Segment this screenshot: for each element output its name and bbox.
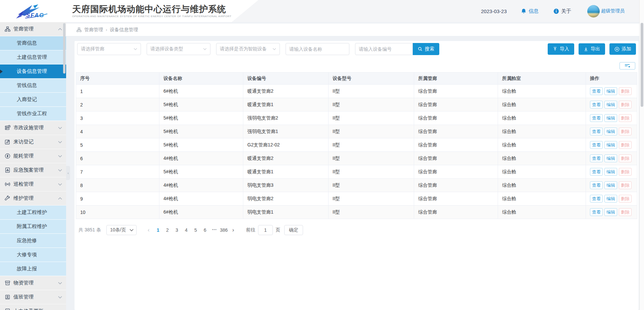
cell-index: 6 <box>76 152 159 165</box>
sidebar-item-overhaul-special[interactable]: 大修专项 <box>0 248 66 262</box>
view-button[interactable]: 查看 <box>590 128 603 136</box>
corridor-select[interactable]: 请选择管廊 <box>77 43 141 55</box>
about-link[interactable]: 关于 <box>553 8 571 14</box>
sidebar-item-emergency-repair[interactable]: 应急抢修 <box>0 234 66 248</box>
sidebar-item-materials-management[interactable]: 物资管理 <box>0 276 66 290</box>
sidebar-item-maintenance-management[interactable]: 维护管理 <box>0 191 66 206</box>
sidebar-item-corridor-management[interactable]: 管廊管理 <box>0 22 66 36</box>
view-button[interactable]: 查看 <box>590 154 603 163</box>
sidebar-item-pipeline-works[interactable]: 管线作业工程 <box>0 107 66 121</box>
add-button[interactable]: 添加 <box>609 43 636 55</box>
page-scrollbar-thumb[interactable] <box>641 23 643 107</box>
view-button[interactable]: 查看 <box>590 101 603 109</box>
sidebar-item-civil-maintenance[interactable]: 土建工程维护 <box>0 206 66 220</box>
table-row: 25#枪机暖通支管廊1II型综合管廊综合舱查看编辑删除 <box>76 98 637 112</box>
view-button[interactable]: 查看 <box>590 141 603 149</box>
page-number-6[interactable]: 6 <box>200 227 210 233</box>
messages-label: 信息 <box>529 8 539 14</box>
view-button[interactable]: 查看 <box>590 87 603 95</box>
sidebar-item-corridor-info[interactable]: 管廊信息 <box>0 36 66 50</box>
delete-button[interactable]: 删除 <box>619 168 632 176</box>
sidebar-item-major-overhaul-update[interactable]: 大中修及更新 <box>0 304 66 310</box>
sidebar-collapse-handle[interactable]: ‹ <box>66 166 70 180</box>
view-button[interactable]: 查看 <box>590 181 603 189</box>
delete-button[interactable]: 删除 <box>619 141 632 149</box>
edit-button[interactable]: 编辑 <box>604 168 617 176</box>
device-name-input[interactable] <box>289 46 346 52</box>
edit-button[interactable]: 编辑 <box>604 101 617 109</box>
table-row: 16#枪机暖通支管廊2II型综合管廊综合舱查看编辑删除 <box>76 85 637 98</box>
edit-button[interactable]: 编辑 <box>604 181 617 189</box>
view-button[interactable]: 查看 <box>590 195 603 203</box>
page-number-2[interactable]: 2 <box>163 227 172 233</box>
sidebar-item-fault-report[interactable]: 故障上报 <box>0 262 66 276</box>
edit-button[interactable]: 编辑 <box>604 87 617 95</box>
sidebar-item-civil-info[interactable]: 土建信息管理 <box>0 50 66 64</box>
breadcrumb-section[interactable]: 管廊管理 <box>76 27 103 33</box>
sidebar-item-emergency-plan[interactable]: 应急预案管理 <box>0 163 66 177</box>
search-button[interactable]: 搜索 <box>413 43 439 55</box>
page-scrollbar[interactable] <box>639 0 644 310</box>
sidebar-subitem-label: 入廊登记 <box>17 96 37 103</box>
view-button[interactable]: 查看 <box>590 168 603 176</box>
cell-corridor: 综合管廊 <box>414 192 498 206</box>
energy-icon <box>5 153 10 159</box>
cell-cabin: 综合舱 <box>498 179 586 192</box>
cell-name: 4#枪机 <box>159 179 243 192</box>
edit-button[interactable]: 编辑 <box>604 195 617 203</box>
sidebar-item-energy-management[interactable]: 能耗管理 <box>0 149 66 163</box>
page-number-1[interactable]: 1 <box>153 227 163 233</box>
export-button[interactable]: 导出 <box>579 43 605 55</box>
user-menu[interactable]: 超级管理员 <box>587 5 625 17</box>
column-settings-button[interactable] <box>620 62 635 70</box>
sidebar-item-pipeline-info[interactable]: 管线信息 <box>0 79 66 93</box>
smart-device-select[interactable]: 请选择是否为智能设备 <box>216 43 280 55</box>
goto-confirm-button[interactable]: 确定 <box>284 225 303 235</box>
edit-button[interactable]: 编辑 <box>604 141 617 149</box>
delete-button[interactable]: 删除 <box>619 101 632 109</box>
user-avatar[interactable] <box>587 5 600 17</box>
view-button[interactable]: 查看 <box>590 114 603 122</box>
delete-button[interactable]: 删除 <box>619 114 632 122</box>
visit-icon <box>5 139 10 145</box>
goto-page-input[interactable] <box>258 225 273 235</box>
page-number-4[interactable]: 4 <box>182 227 191 233</box>
view-button[interactable]: 查看 <box>590 208 603 216</box>
messages-link[interactable]: 信息 <box>521 8 539 14</box>
edit-button[interactable]: 编辑 <box>604 208 617 216</box>
sidebar-scrollbar-thumb[interactable] <box>63 23 65 74</box>
sidebar-item-visitor-registration[interactable]: 来访登记 <box>0 135 66 149</box>
delete-button[interactable]: 删除 <box>619 208 632 216</box>
edit-button[interactable]: 编辑 <box>604 114 617 122</box>
import-button[interactable]: 导入 <box>548 43 574 55</box>
device-code-input[interactable] <box>359 46 409 52</box>
delete-button[interactable]: 删除 <box>619 154 632 163</box>
edit-button[interactable]: 编辑 <box>604 128 617 136</box>
page-number-386[interactable]: 386 <box>219 227 229 233</box>
cell-code: 暖通支管廊2 <box>243 85 329 98</box>
sidebar-item-entry-registration[interactable]: 入廊登记 <box>0 93 66 107</box>
sidebar-item-municipal-facilities[interactable]: 市政设施管理 <box>0 121 66 135</box>
next-page-button[interactable]: › <box>229 227 238 233</box>
delete-button[interactable]: 删除 <box>619 195 632 203</box>
page-number-5[interactable]: 5 <box>191 227 200 233</box>
sidebar-item-inspection-management[interactable]: 巡检管理 <box>0 177 66 191</box>
page-number-3[interactable]: 3 <box>172 227 182 233</box>
cell-name: 5#枪机 <box>159 165 243 179</box>
sidebar: 管廊管理管廊信息土建信息管理设备信息管理管线信息入廊登记管线作业工程市政设施管理… <box>0 22 66 310</box>
edit-button[interactable]: 编辑 <box>604 154 617 163</box>
delete-button[interactable]: 删除 <box>619 181 632 189</box>
sidebar-item-duty-management[interactable]: 值班管理 <box>0 290 66 304</box>
delete-button[interactable]: 删除 <box>619 87 632 95</box>
sidebar-item-equipment-info[interactable]: 设备信息管理 <box>0 64 66 79</box>
cell-index: 3 <box>76 112 159 125</box>
sidebar-item-ancillary-maintenance[interactable]: 附属工程维护 <box>0 220 66 234</box>
prev-page-button[interactable]: ‹ <box>144 227 153 233</box>
device-type-select[interactable]: 请选择设备类型 <box>147 43 210 55</box>
sidebar-item-label: 来访登记 <box>13 139 58 145</box>
delete-button[interactable]: 删除 <box>619 128 632 136</box>
column-header: 设备型号 <box>329 73 414 85</box>
page-size-select[interactable]: 10条/页 <box>106 225 137 235</box>
cell-cabin: 综合舱 <box>498 112 586 125</box>
page-ellipsis[interactable]: ••• <box>210 227 219 233</box>
